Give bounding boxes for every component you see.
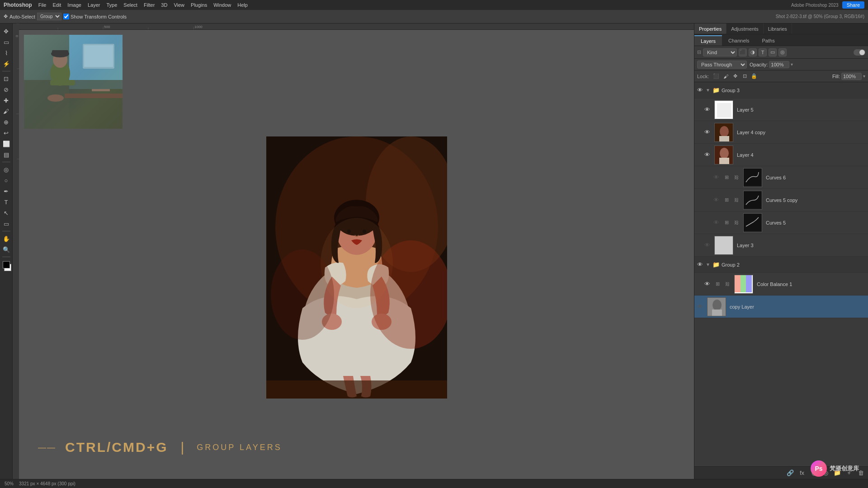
magic-wand-tool[interactable]: ⚡ bbox=[1, 59, 11, 69]
menu-type[interactable]: Type bbox=[106, 2, 117, 8]
thumbnail-panel bbox=[24, 34, 123, 129]
move-tool[interactable]: ✥ bbox=[1, 26, 11, 36]
path-selection-tool[interactable]: ↖ bbox=[1, 208, 11, 218]
layer-item-layer5[interactable]: 👁 Layer 5 bbox=[694, 99, 868, 121]
clone-tool[interactable]: ⊕ bbox=[1, 117, 11, 127]
layer-item-curves5copy[interactable]: 👁 ⊞ ⛓ Curves 5 copy bbox=[694, 189, 868, 211]
menu-window[interactable]: Window bbox=[213, 2, 231, 8]
foreground-color[interactable] bbox=[3, 261, 10, 268]
menu-file[interactable]: File bbox=[38, 2, 47, 8]
visibility-group3[interactable]: 👁 bbox=[696, 87, 703, 94]
menu-3d[interactable]: 3D bbox=[161, 2, 167, 8]
canvas-image[interactable] bbox=[266, 136, 447, 399]
tab-adjustments[interactable]: Adjustments bbox=[726, 23, 764, 34]
tab-properties[interactable]: Properties bbox=[694, 23, 726, 34]
blend-mode-select[interactable]: Pass Through Normal Multiply Screen bbox=[697, 61, 747, 69]
collapse-group3[interactable]: ▼ bbox=[705, 88, 711, 93]
layer-item-colorbalance1[interactable]: 👁 ⊞ ⛓ Color Balance 1 bbox=[694, 273, 868, 296]
layer-item-layer4[interactable]: 👁 Layer 4 bbox=[694, 144, 868, 166]
opacity-dropdown-arrow[interactable]: ▾ bbox=[791, 62, 793, 67]
svg-point-26 bbox=[47, 94, 64, 102]
filter-pixel-btn[interactable]: ⬛ bbox=[739, 48, 747, 56]
menu-filter[interactable]: Filter bbox=[144, 2, 155, 8]
history-brush-tool[interactable]: ↩ bbox=[1, 128, 11, 138]
fill-dropdown-arrow[interactable]: ▾ bbox=[863, 74, 865, 79]
layer-item-curves5[interactable]: 👁 ⊞ ⛓ Curves 5 bbox=[694, 211, 868, 234]
pen-tool[interactable]: ✒ bbox=[1, 186, 11, 196]
dodge-tool[interactable]: ○ bbox=[1, 175, 11, 185]
filter-kind-select[interactable]: Kind Name Effect bbox=[703, 48, 737, 56]
visibility-layer5[interactable]: 👁 bbox=[703, 106, 711, 113]
gradient-tool[interactable]: ▤ bbox=[1, 150, 11, 160]
layer-item-layer3[interactable]: 👁 Layer 3 bbox=[694, 234, 868, 257]
hand-tool[interactable]: ✋ bbox=[1, 234, 11, 244]
eraser-tool[interactable]: ⬜ bbox=[1, 139, 11, 149]
menu-edit[interactable]: Edit bbox=[52, 2, 61, 8]
layer-item-group3[interactable]: 👁 ▼ 📁 Group 3 bbox=[694, 82, 868, 99]
healing-tool[interactable]: ✚ bbox=[1, 95, 11, 105]
tab-paths[interactable]: Paths bbox=[756, 35, 781, 46]
svg-rect-17 bbox=[24, 80, 123, 129]
marquee-tool[interactable]: ▭ bbox=[1, 37, 11, 47]
opacity-input[interactable] bbox=[769, 61, 789, 68]
chain-icon-curves6: ⛓ bbox=[733, 174, 740, 181]
text-tool[interactable]: T bbox=[1, 197, 11, 207]
filter-type-btn[interactable]: T bbox=[759, 48, 767, 56]
lasso-tool[interactable]: ⌇ bbox=[1, 48, 11, 58]
visibility-curves5[interactable]: 👁 bbox=[712, 219, 720, 226]
brush-tool[interactable]: 🖌 bbox=[1, 106, 11, 116]
layer-item-copylayer[interactable]: 👁 copy Layer bbox=[694, 296, 868, 318]
tab-layers[interactable]: Layers bbox=[694, 35, 722, 46]
transform-controls-checkbox[interactable] bbox=[63, 14, 69, 19]
collapse-group2[interactable]: ▼ bbox=[705, 262, 711, 267]
lock-image-btn[interactable]: 🖌 bbox=[722, 73, 729, 80]
menu-layer[interactable]: Layer bbox=[88, 2, 100, 8]
visibility-group2[interactable]: 👁 bbox=[696, 261, 703, 268]
lock-icons: ⬛ 🖌 ✥ ⊡ 🔒 bbox=[712, 73, 758, 80]
visibility-layer3[interactable]: 👁 bbox=[703, 242, 711, 249]
foreground-background-colors[interactable] bbox=[3, 261, 10, 268]
menu-view[interactable]: View bbox=[174, 2, 184, 8]
lock-artboard-btn[interactable]: ⊡ bbox=[741, 73, 748, 80]
filter-adjustment-btn[interactable]: ◑ bbox=[749, 48, 757, 56]
tool-separator-2 bbox=[2, 162, 10, 162]
filter-toggle[interactable] bbox=[854, 49, 865, 56]
menu-help[interactable]: Help bbox=[237, 2, 248, 8]
visibility-layer4[interactable]: 👁 bbox=[703, 151, 711, 158]
panel-tabs-top: Properties Adjustments Libraries bbox=[694, 23, 868, 34]
lock-all-btn[interactable]: 🔒 bbox=[750, 73, 758, 80]
layer-item-group2[interactable]: 👁 ▼ 📁 Group 2 bbox=[694, 257, 868, 273]
transform-controls-label: Show Transform Controls bbox=[63, 14, 127, 19]
tab-libraries[interactable]: Libraries bbox=[764, 23, 792, 34]
visibility-curves5copy[interactable]: 👁 bbox=[712, 197, 720, 203]
document-info: Shot 2-822-3.tif @ 50% (Group 3, RGB/16#… bbox=[776, 14, 864, 19]
filter-shape-btn[interactable]: ▭ bbox=[769, 48, 777, 56]
layer-item-curves6[interactable]: 👁 ⊞ ⛓ Curves 6 bbox=[694, 166, 868, 189]
visibility-layer4copy[interactable]: 👁 bbox=[703, 129, 711, 136]
tool-separator-1 bbox=[2, 71, 10, 71]
fill-input[interactable] bbox=[841, 73, 862, 80]
layers-list[interactable]: 👁 ▼ 📁 Group 3 👁 Layer 5 👁 Layer 4 copy 👁 bbox=[694, 82, 868, 466]
link-layers-btn[interactable]: 🔗 bbox=[786, 469, 795, 478]
blur-tool[interactable]: ◎ bbox=[1, 164, 11, 174]
zoom-level: 50% bbox=[5, 481, 14, 486]
zoom-tool[interactable]: 🔍 bbox=[1, 244, 11, 254]
menu-plugins[interactable]: Plugins bbox=[191, 2, 207, 8]
visibility-copylayer[interactable]: 👁 bbox=[696, 303, 703, 310]
add-style-btn[interactable]: fx bbox=[797, 469, 807, 478]
layer-item-layer4copy[interactable]: 👁 Layer 4 copy bbox=[694, 121, 868, 144]
lock-position-btn[interactable]: ✥ bbox=[731, 73, 739, 80]
menu-image[interactable]: Image bbox=[67, 2, 81, 8]
visibility-colorbalance1[interactable]: 👁 bbox=[703, 281, 711, 287]
eyedropper-tool[interactable]: ⊘ bbox=[1, 84, 11, 94]
shape-tool[interactable]: ▭ bbox=[1, 219, 11, 229]
filter-smartobject-btn[interactable]: ◎ bbox=[778, 48, 787, 56]
menu-select[interactable]: Select bbox=[123, 2, 137, 8]
tool-options-move: ✥ bbox=[4, 14, 8, 19]
lock-pixels-btn[interactable]: ⬛ bbox=[712, 73, 720, 80]
tab-channels[interactable]: Channels bbox=[722, 35, 755, 46]
share-button[interactable]: Share bbox=[842, 1, 864, 9]
visibility-curves6[interactable]: 👁 bbox=[712, 174, 720, 181]
crop-tool[interactable]: ⊡ bbox=[1, 74, 11, 84]
autoselect-dropdown[interactable]: Group Layer bbox=[37, 13, 61, 20]
